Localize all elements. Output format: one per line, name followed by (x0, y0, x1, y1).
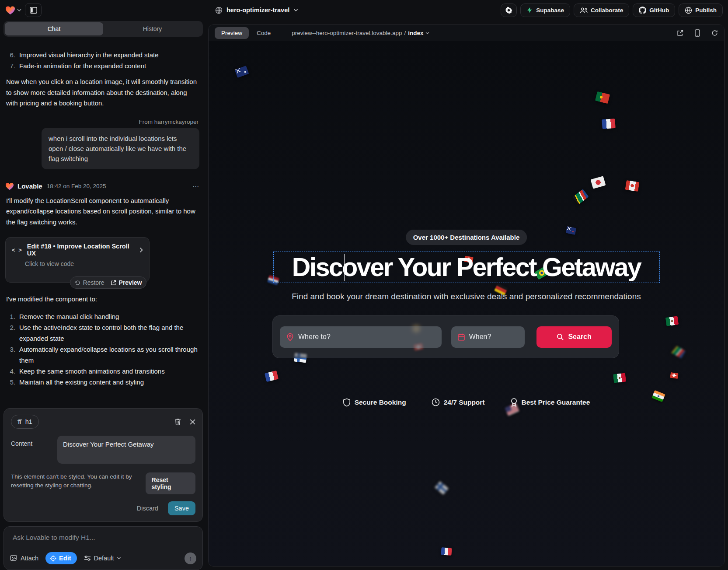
feature-secure-booking: Secure Booking (343, 398, 406, 407)
flag-mx-icon (665, 316, 679, 326)
version-actions-pill: Restore Preview (70, 276, 146, 289)
lovable-logo[interactable] (5, 6, 21, 15)
publish-button[interactable]: Publish (679, 3, 723, 17)
edit-card-title: Edit #18 • Improve Location Scroll UX (27, 243, 135, 257)
send-button[interactable]: ↑ (185, 553, 196, 564)
refresh-icon[interactable] (711, 30, 718, 36)
code-icon: < > (12, 247, 23, 253)
tab-preview[interactable]: Preview (215, 27, 249, 39)
tab-code[interactable]: Code (257, 30, 271, 36)
clipped-message-line (5, 43, 199, 46)
element-tag-label: h1 (25, 418, 32, 425)
github-icon (639, 7, 646, 14)
composer-input[interactable]: Ask Lovable to modify H1... (10, 534, 196, 542)
flag-nz-icon (566, 226, 577, 235)
sidebar-toggle-button[interactable] (25, 3, 42, 17)
supabase-button[interactable]: Supabase (520, 3, 570, 17)
heart-icon (5, 182, 14, 190)
tab-history[interactable]: History (103, 22, 202, 35)
reset-styling-button[interactable]: Reset styling (146, 472, 195, 494)
assistant-paragraph: I've modified the component to: (6, 294, 199, 305)
search-button[interactable]: Search (536, 326, 612, 348)
publish-label: Publish (695, 7, 717, 14)
element-editor-panel: TT h1 Content Discover Your Perfect Geta… (3, 408, 203, 522)
list-item: 6.Improved visual hierarchy in the expan… (5, 49, 199, 60)
discard-button[interactable]: Discard (137, 505, 158, 512)
search-icon (557, 333, 564, 340)
flag-ca-icon (625, 180, 639, 192)
github-button[interactable]: GitHub (633, 3, 675, 17)
flag-au-icon (234, 66, 249, 78)
map-pin-icon (286, 333, 294, 341)
url-page: index (408, 30, 423, 36)
model-default-selector[interactable]: Default (84, 555, 122, 562)
where-input[interactable]: Where to? (280, 326, 442, 348)
when-input[interactable]: When? (451, 326, 525, 348)
edit-version-card[interactable]: < > Edit #18 • Improve Location Scroll U… (5, 237, 150, 283)
people-icon (580, 7, 588, 14)
flag-fi-icon (435, 481, 449, 495)
destinations-badge: Over 1000+ Destinations Available (406, 230, 527, 245)
award-icon (510, 398, 518, 407)
chevron-down-icon (425, 32, 429, 35)
hero-subtitle: Find and book your dream destination wit… (209, 292, 724, 301)
preview-url[interactable]: preview--hero-optimizer-travel.lovable.a… (292, 30, 429, 36)
restore-button[interactable]: Restore (75, 279, 104, 286)
search-box: Where to? When? Search (272, 315, 619, 358)
url-separator: / (404, 30, 406, 36)
tab-chat[interactable]: Chat (5, 22, 103, 35)
numbered-list-steps: 1.Remove the manual click handling 2.Use… (5, 311, 199, 388)
preview-panel: Preview Code preview--hero-optimizer-tra… (208, 24, 725, 567)
flag-jp-icon (591, 176, 606, 189)
mobile-view-icon[interactable] (695, 29, 700, 37)
where-placeholder: Where to? (298, 333, 331, 341)
element-tag-badge[interactable]: TT h1 (11, 415, 39, 429)
close-icon[interactable] (190, 419, 195, 425)
attach-button[interactable]: Attach (10, 555, 38, 562)
styling-note: This element can't be styled. You can ed… (11, 472, 146, 490)
trash-icon[interactable] (174, 418, 181, 426)
chat-scroll-area[interactable]: 6.Improved visual hierarchy in the expan… (0, 37, 206, 406)
list-item: 1.Remove the manual click handling (5, 311, 199, 322)
assistant-paragraph: I'll modify the LocationScroll component… (6, 196, 199, 228)
chat-composer: Ask Lovable to modify H1... Attach Edit (3, 526, 203, 570)
feature-list: Secure Booking 24/7 Support Best Price G… (209, 398, 724, 407)
calendar-icon (458, 333, 465, 341)
heading-selection-box[interactable]: Discover Your Perfect Getaway (273, 252, 660, 283)
target-icon (50, 555, 56, 562)
flag-ch-icon (670, 372, 679, 379)
shield-icon (343, 398, 351, 407)
edit-card-subtitle: Click to view code (25, 260, 143, 267)
assistant-paragraph: Now when you click on a location image, … (6, 77, 199, 109)
flag-pt-icon (595, 91, 610, 104)
assistant-message-header: Lovable 18:42 on Feb 20, 2025 ⋯ (5, 182, 199, 190)
flag-fr-icon (265, 371, 279, 382)
preview-version-button[interactable]: Preview (111, 279, 142, 286)
sidebar-tabbar: Chat History (3, 21, 203, 37)
open-external-icon[interactable] (677, 30, 683, 36)
content-input[interactable]: Discover Your Perfect Getaway (57, 436, 195, 464)
supabase-label: Supabase (536, 7, 564, 14)
preview-header: Preview Code preview--hero-optimizer-tra… (209, 25, 724, 41)
project-switcher[interactable]: hero-optimizer-travel (215, 0, 298, 20)
settings-button[interactable] (501, 3, 517, 17)
heart-icon (5, 6, 15, 15)
chat-sidebar: Chat History 6.Improved visual hierarchy… (0, 20, 206, 570)
more-options-icon[interactable]: ⋯ (192, 182, 199, 190)
panel-left-icon (30, 7, 37, 14)
flag-fr-icon (602, 119, 615, 129)
save-button[interactable]: Save (168, 501, 195, 515)
supabase-icon (526, 7, 533, 14)
flag-mx-icon (613, 373, 626, 383)
edit-mode-button[interactable]: Edit (45, 552, 77, 564)
clock-icon (432, 398, 440, 406)
list-item: 4.Keep the same smooth animations and tr… (5, 366, 199, 377)
chevron-down-icon (117, 557, 121, 560)
list-item: 5.Maintain all the existing content and … (5, 377, 199, 388)
image-icon (10, 555, 17, 562)
collaborate-button[interactable]: Collaborate (574, 3, 629, 17)
user-from-label: From harrymckayroper (5, 119, 199, 125)
flag-fr-icon (441, 547, 452, 556)
list-item: 7.Fade-in animation for the expanded con… (5, 60, 199, 71)
external-link-icon (111, 280, 116, 286)
